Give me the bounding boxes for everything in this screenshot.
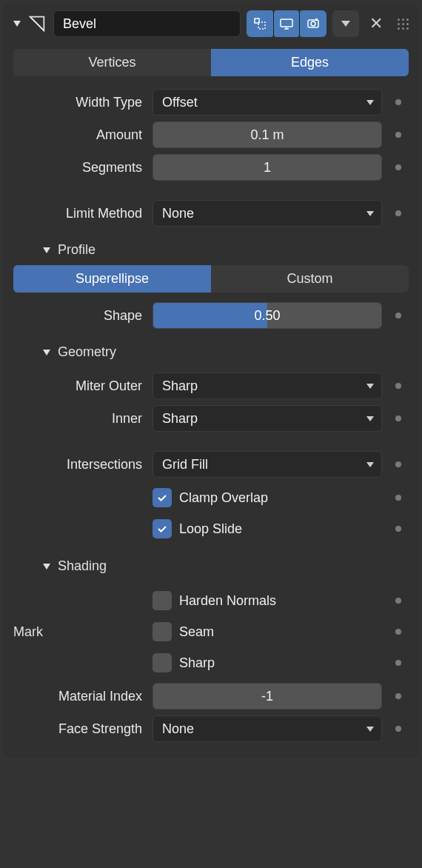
drag-handle-icon[interactable] bbox=[398, 19, 409, 30]
profile-tabs: Superellipse Custom bbox=[13, 265, 409, 293]
shape-value: 0.50 bbox=[254, 308, 280, 324]
mark-label: Mark bbox=[13, 624, 147, 640]
custom-tab[interactable]: Custom bbox=[211, 265, 409, 293]
svg-point-4 bbox=[311, 21, 315, 26]
segments-label: Segments bbox=[13, 160, 147, 176]
loop-slide-label: Loop Slide bbox=[179, 521, 382, 537]
panel-body: Vertices Edges Width Type Offset Amount … bbox=[3, 44, 419, 752]
geometry-section-label: Geometry bbox=[58, 344, 116, 360]
animate-dot[interactable] bbox=[395, 383, 401, 389]
modifier-name-text: Bevel bbox=[63, 16, 96, 32]
collapse-triangle-icon bbox=[43, 564, 50, 570]
chevron-down-icon bbox=[366, 384, 374, 389]
realtime-toggle[interactable] bbox=[273, 10, 300, 37]
shading-section-label: Shading bbox=[58, 558, 107, 574]
animate-dot[interactable] bbox=[395, 526, 401, 532]
slider-fill bbox=[153, 303, 267, 328]
material-index-label: Material Index bbox=[13, 689, 147, 704]
panel-header: Bevel ✕ bbox=[3, 3, 419, 44]
animate-dot[interactable] bbox=[395, 629, 401, 635]
inner-value: Sharp bbox=[162, 411, 198, 427]
width-type-value: Offset bbox=[162, 95, 198, 110]
bevel-modifier-panel: Bevel ✕ Vertices Edges Width Type Offset… bbox=[3, 3, 419, 758]
mark-seam-label: Seam bbox=[179, 624, 382, 640]
animate-dot[interactable] bbox=[395, 495, 401, 501]
chevron-down-icon bbox=[366, 462, 374, 467]
material-index-value: -1 bbox=[261, 689, 273, 704]
intersections-select[interactable]: Grid Fill bbox=[153, 451, 382, 478]
segments-value: 1 bbox=[264, 160, 271, 176]
inner-label: Inner bbox=[13, 411, 147, 427]
chevron-down-icon bbox=[366, 416, 374, 421]
amount-label: Amount bbox=[13, 127, 147, 143]
amount-field[interactable]: 0.1 m bbox=[153, 121, 382, 148]
animate-dot[interactable] bbox=[395, 132, 401, 138]
limit-method-select[interactable]: None bbox=[153, 200, 382, 227]
limit-method-label: Limit Method bbox=[13, 206, 147, 221]
vertices-tab[interactable]: Vertices bbox=[13, 49, 211, 76]
amount-value: 0.1 m bbox=[250, 127, 284, 143]
face-strength-label: Face Strength bbox=[13, 721, 147, 737]
animate-dot[interactable] bbox=[395, 726, 401, 732]
face-strength-select[interactable]: None bbox=[153, 715, 382, 742]
render-toggle[interactable] bbox=[300, 10, 326, 37]
inner-select[interactable]: Sharp bbox=[153, 405, 382, 432]
display-toggle-group bbox=[247, 10, 326, 37]
affect-tabs: Vertices Edges bbox=[13, 49, 409, 76]
animate-dot[interactable] bbox=[395, 693, 401, 699]
animate-dot[interactable] bbox=[395, 313, 401, 318]
chevron-down-icon bbox=[366, 100, 374, 105]
intersections-value: Grid Fill bbox=[162, 457, 208, 473]
animate-dot[interactable] bbox=[395, 660, 401, 666]
animate-dot[interactable] bbox=[395, 415, 401, 421]
miter-outer-value: Sharp bbox=[162, 378, 198, 394]
animate-dot[interactable] bbox=[395, 99, 401, 105]
width-type-label: Width Type bbox=[13, 95, 147, 110]
svg-rect-5 bbox=[315, 19, 318, 21]
harden-normals-checkbox[interactable] bbox=[153, 591, 172, 610]
mark-seam-checkbox[interactable] bbox=[153, 622, 172, 641]
intersections-label: Intersections bbox=[13, 457, 147, 473]
mark-sharp-label: Sharp bbox=[179, 655, 382, 671]
collapse-triangle-icon bbox=[43, 247, 50, 253]
collapse-triangle-icon[interactable] bbox=[13, 21, 21, 27]
segments-field[interactable]: 1 bbox=[153, 154, 382, 181]
miter-outer-label: Miter Outer bbox=[13, 378, 147, 394]
delete-modifier-button[interactable]: ✕ bbox=[365, 14, 387, 33]
loop-slide-checkbox[interactable] bbox=[153, 519, 172, 538]
profile-section-header[interactable]: Profile bbox=[13, 232, 409, 265]
extras-dropdown[interactable] bbox=[332, 10, 359, 37]
shape-label: Shape bbox=[13, 308, 147, 324]
bevel-modifier-icon bbox=[27, 13, 47, 34]
miter-outer-select[interactable]: Sharp bbox=[153, 373, 382, 399]
harden-normals-label: Harden Normals bbox=[179, 593, 382, 609]
geometry-section-header[interactable]: Geometry bbox=[13, 334, 409, 367]
collapse-triangle-icon bbox=[43, 350, 50, 355]
face-strength-value: None bbox=[162, 721, 194, 737]
animate-dot[interactable] bbox=[395, 461, 401, 467]
svg-rect-2 bbox=[281, 19, 292, 27]
chevron-down-icon bbox=[366, 727, 374, 732]
shading-section-header[interactable]: Shading bbox=[13, 548, 409, 581]
animate-dot[interactable] bbox=[395, 210, 401, 216]
animate-dot[interactable] bbox=[395, 164, 401, 170]
modifier-name-input[interactable]: Bevel bbox=[53, 10, 241, 37]
limit-method-value: None bbox=[162, 206, 194, 221]
width-type-select[interactable]: Offset bbox=[153, 89, 382, 116]
superellipse-tab[interactable]: Superellipse bbox=[13, 265, 211, 293]
chevron-down-icon bbox=[366, 211, 374, 216]
edit-mode-toggle[interactable] bbox=[247, 10, 273, 37]
clamp-overlap-checkbox[interactable] bbox=[153, 488, 172, 507]
mark-sharp-checkbox[interactable] bbox=[153, 653, 172, 672]
animate-dot[interactable] bbox=[395, 598, 401, 604]
shape-slider[interactable]: 0.50 bbox=[153, 302, 382, 329]
edges-tab[interactable]: Edges bbox=[211, 49, 409, 76]
material-index-field[interactable]: -1 bbox=[153, 683, 382, 710]
profile-section-label: Profile bbox=[58, 242, 96, 258]
clamp-overlap-label: Clamp Overlap bbox=[179, 490, 382, 506]
